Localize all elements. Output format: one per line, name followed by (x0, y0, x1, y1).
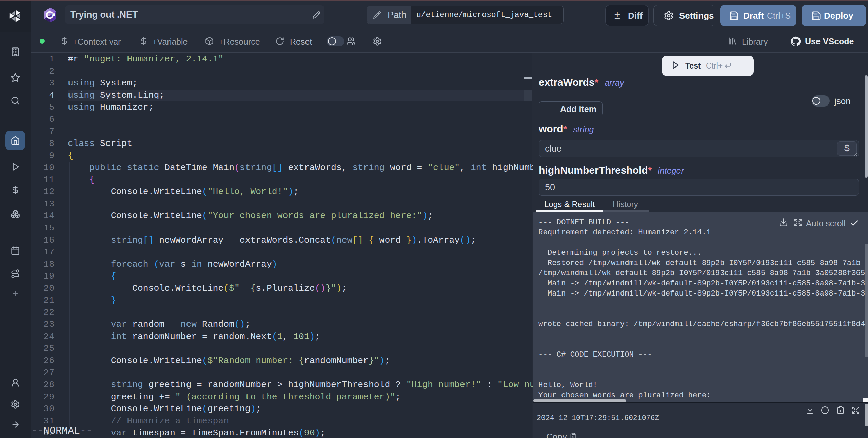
svg-text:#: # (52, 12, 55, 18)
